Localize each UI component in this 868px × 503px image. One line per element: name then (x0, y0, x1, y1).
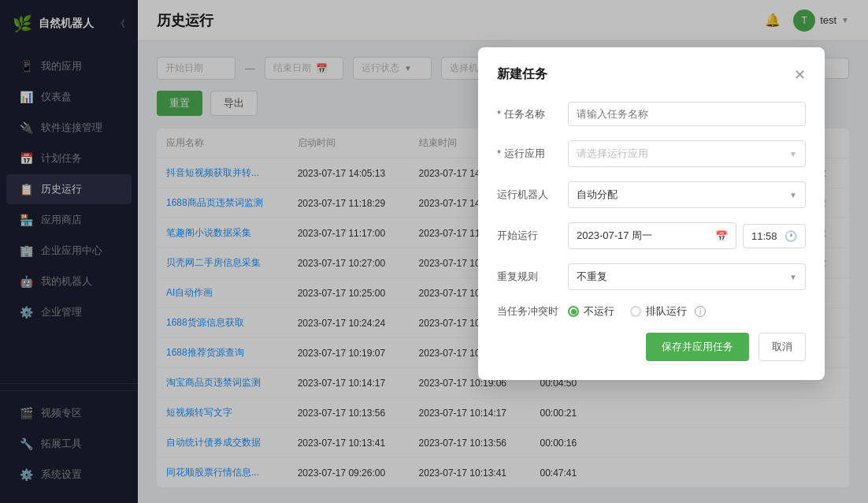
start-time-input[interactable]: 11:58 🕐 (743, 224, 806, 248)
cancel-button[interactable]: 取消 (759, 333, 806, 361)
task-name-input[interactable] (568, 102, 806, 126)
start-date-value: 2023-07-17 周一 (577, 229, 652, 243)
modal-overlay: 新建任务 ✕ * 任务名称 * 运行应用 请选择运行应用 ▼ 运行机器人 自动分… (0, 0, 868, 503)
run-app-label: * 运行应用 (497, 147, 568, 161)
run-app-select[interactable]: 请选择运行应用 ▼ (568, 140, 806, 167)
chevron-down-icon: ▼ (789, 273, 797, 281)
repeat-rule-row: 重复规则 不重复 ▼ (497, 263, 806, 290)
run-app-row: * 运行应用 请选择运行应用 ▼ (497, 140, 806, 167)
no-run-label: 不运行 (584, 304, 614, 319)
conflict-row: 当任务冲突时 不运行 排队运行 i (497, 304, 806, 319)
conflict-radio-group: 不运行 排队运行 i (568, 304, 806, 319)
run-app-placeholder: 请选择运行应用 (577, 147, 648, 161)
robot-label: 运行机器人 (497, 188, 568, 202)
chevron-down-icon: ▼ (789, 150, 797, 158)
repeat-value: 不重复 (577, 270, 607, 284)
queue-run-info-icon[interactable]: i (695, 306, 706, 317)
start-time-value: 11:58 (751, 230, 777, 242)
repeat-select[interactable]: 不重复 ▼ (568, 263, 806, 290)
new-task-modal: 新建任务 ✕ * 任务名称 * 运行应用 请选择运行应用 ▼ 运行机器人 自动分… (478, 47, 825, 380)
no-run-radio[interactable]: 不运行 (568, 304, 614, 319)
start-run-row: 开始运行 2023-07-17 周一 📅 11:58 🕐 (497, 222, 806, 249)
robot-value: 自动分配 (577, 188, 618, 202)
chevron-down-icon: ▼ (789, 191, 797, 199)
robot-select[interactable]: 自动分配 ▼ (568, 181, 806, 208)
task-name-label: * 任务名称 (497, 107, 568, 121)
start-run-label: 开始运行 (497, 229, 568, 243)
robot-row: 运行机器人 自动分配 ▼ (497, 181, 806, 208)
modal-title: 新建任务 (497, 66, 547, 83)
queue-run-radio[interactable]: 排队运行 i (630, 304, 706, 319)
clock-icon: 🕐 (785, 230, 797, 242)
calendar-icon: 📅 (715, 230, 728, 242)
start-run-controls: 2023-07-17 周一 📅 11:58 🕐 (568, 222, 806, 249)
repeat-rule-label: 重复规则 (497, 270, 568, 284)
modal-close-button[interactable]: ✕ (794, 68, 806, 82)
modal-header: 新建任务 ✕ (497, 66, 806, 83)
start-date-input[interactable]: 2023-07-17 周一 📅 (568, 222, 736, 249)
no-run-radio-dot (568, 306, 579, 317)
queue-run-radio-dot (630, 306, 641, 317)
task-name-row: * 任务名称 (497, 102, 806, 126)
queue-run-label: 排队运行 (646, 304, 687, 319)
save-apply-button[interactable]: 保存并应用任务 (646, 333, 749, 361)
modal-footer: 保存并应用任务 取消 (497, 333, 806, 361)
conflict-label: 当任务冲突时 (497, 304, 568, 319)
